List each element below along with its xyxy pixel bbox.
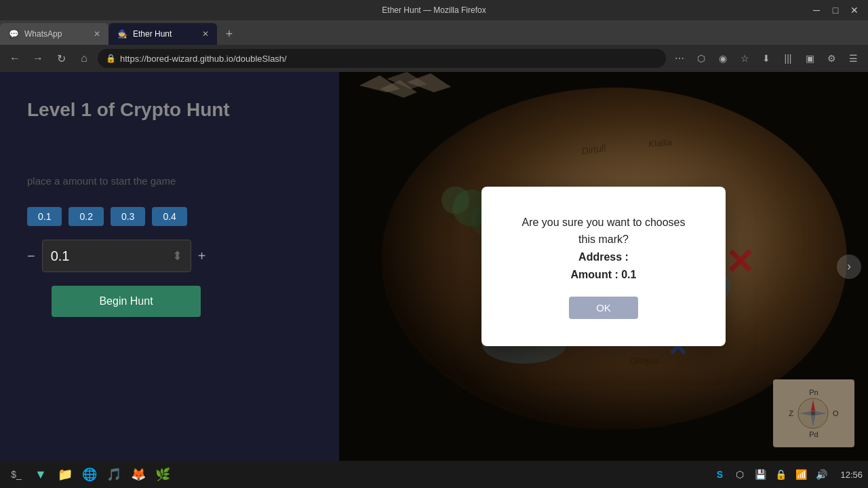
taskbar-files[interactable]: 📁	[54, 464, 76, 485]
download-btn[interactable]: ⬇	[757, 49, 776, 68]
modal-text: Are you sure you want to chooses this ma…	[515, 214, 692, 283]
url-text: https://bored-wizard.github.io/doubleSla…	[120, 54, 287, 64]
modal-amount: Amount : 0.1	[515, 266, 692, 284]
taskbar-volume-icon[interactable]: 🔊	[813, 466, 829, 483]
tray-items: S ⬡ 💾 🔒 📶 🔊	[711, 466, 829, 483]
taskbar-icon3[interactable]: 💾	[752, 466, 768, 483]
home-button[interactable]: ⌂	[75, 49, 94, 68]
taskbar-firefox[interactable]: 🦊	[127, 464, 149, 485]
sidebar-btn[interactable]: ▣	[800, 49, 819, 68]
taskbar-icon2[interactable]: ⬡	[732, 466, 748, 483]
taskbar-terminal[interactable]: $_	[5, 464, 27, 485]
settings-btn[interactable]: ⚙	[822, 49, 841, 68]
taskbar-ide[interactable]: ▼	[30, 464, 52, 485]
increment-button[interactable]: +	[198, 248, 206, 264]
modal-ok-button[interactable]: OK	[569, 297, 638, 319]
amount-btn-01[interactable]: 0.1	[27, 207, 62, 226]
lock-icon: 🔒	[106, 54, 116, 63]
taskbar-security-icon[interactable]: 🔒	[772, 466, 789, 483]
pocket-btn[interactable]: ⬡	[692, 49, 711, 68]
amount-btn-04[interactable]: 0.4	[152, 207, 186, 226]
amount-btn-02[interactable]: 0.2	[68, 207, 103, 226]
modal-line1: Are you sure you want to chooses	[515, 214, 692, 231]
spinner-icon: ⬍	[172, 248, 182, 263]
amount-input-row: − 0.1 ⬍ +	[27, 240, 312, 272]
tab-whatsapp[interactable]: 💬 WhatsApp ✕	[0, 23, 108, 45]
modal-overlay: Are you sure you want to chooses this ma…	[339, 72, 868, 461]
titlebar-controls: ─ □ ✕	[810, 5, 861, 16]
browser-content: Level 1 of Crypto Hunt place a amount to…	[0, 72, 868, 461]
page-content: Level 1 of Crypto Hunt place a amount to…	[0, 72, 868, 461]
addressbar-right: ⋯ ⬡ ◉ ☆ ⬇ ||| ▣ ⚙ ☰	[670, 49, 863, 68]
amount-input-value: 0.1	[51, 248, 70, 264]
taskbar-right: S ⬡ 💾 🔒 📶 🔊 12:56	[711, 466, 863, 483]
tab-ether-hunt-close[interactable]: ✕	[202, 29, 209, 39]
decrement-button[interactable]: −	[27, 248, 35, 264]
tab-ether-hunt-label: Ether Hunt	[133, 29, 197, 39]
tab-ether-hunt[interactable]: 🧙 Ether Hunt ✕	[108, 23, 217, 45]
minimize-btn[interactable]: ─	[810, 5, 823, 16]
taskbar: $_ ▼ 📁 🌐 🎵 🦊 🌿 S ⬡ 💾 🔒 📶 🔊 12:56	[0, 461, 868, 488]
forward-button[interactable]: →	[28, 49, 47, 68]
refresh-button[interactable]: ↻	[52, 49, 71, 68]
bookmarks-btn[interactable]: |||	[778, 49, 797, 68]
map-area: ✕ ✕ Dirtull Klallia Rionelle Sallarmar L…	[339, 72, 868, 461]
begin-hunt-button[interactable]: Begin Hunt	[52, 286, 201, 317]
titlebar: Ether Hunt — Mozilla Firefox ─ □ ✕	[0, 0, 868, 20]
amount-input-field[interactable]: 0.1 ⬍	[42, 240, 191, 272]
extensions-btn[interactable]: ⋯	[670, 49, 689, 68]
taskbar-clock: 12:56	[840, 470, 863, 480]
titlebar-title: Ether Hunt — Mozilla Firefox	[382, 5, 486, 15]
modal-line2: this mark?	[515, 231, 692, 248]
menu-btn[interactable]: ☰	[844, 49, 863, 68]
close-btn[interactable]: ✕	[848, 5, 861, 16]
tabbar: 💬 WhatsApp ✕ 🧙 Ether Hunt ✕ +	[0, 20, 868, 45]
page-title: Level 1 of Crypto Hunt	[27, 99, 312, 121]
modal-address-label: Address :	[515, 248, 692, 266]
taskbar-music[interactable]: 🎵	[103, 464, 125, 485]
new-tab-button[interactable]: +	[217, 23, 241, 45]
taskbar-wifi-icon[interactable]: 📶	[793, 466, 809, 483]
firefox-account-btn[interactable]: ◉	[713, 49, 732, 68]
whatsapp-favicon: 💬	[8, 29, 19, 39]
left-panel: Level 1 of Crypto Hunt place a amount to…	[0, 72, 339, 461]
taskbar-skype-icon[interactable]: S	[711, 466, 728, 483]
subtitle: place a amount to start the game	[27, 175, 312, 187]
amount-buttons-row: 0.1 0.2 0.3 0.4	[27, 207, 312, 226]
maximize-btn[interactable]: □	[829, 5, 842, 16]
confirmation-modal: Are you sure you want to chooses this ma…	[481, 187, 726, 346]
tab-whatsapp-label: WhatsApp	[24, 29, 88, 39]
tab-whatsapp-close[interactable]: ✕	[94, 29, 100, 39]
addressbar: ← → ↻ ⌂ 🔒 https://bored-wizard.github.io…	[0, 45, 868, 72]
amount-btn-03[interactable]: 0.3	[111, 207, 145, 226]
ether-hunt-favicon: 🧙	[117, 29, 127, 39]
taskbar-browser[interactable]: 🌐	[79, 464, 100, 485]
star-btn[interactable]: ☆	[735, 49, 754, 68]
taskbar-mint[interactable]: 🌿	[152, 464, 174, 485]
back-button[interactable]: ←	[5, 49, 24, 68]
address-field[interactable]: 🔒 https://bored-wizard.github.io/doubleS…	[98, 49, 666, 68]
